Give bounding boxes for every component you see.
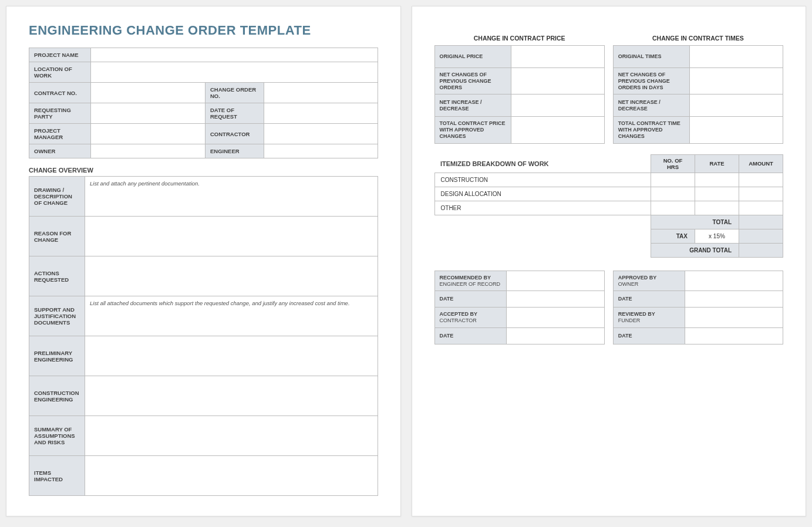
table-row: OTHER [434,201,783,215]
tax-label: TAX [651,229,695,243]
original-price-field[interactable] [511,46,604,68]
row-rate-field[interactable] [695,187,739,201]
summary-field[interactable] [85,416,378,456]
breakdown-table: ITEMIZED BREAKDOWN OF WORK NO. OF HRS RA… [434,154,784,258]
drawing-field[interactable]: List and attach any pertinent documentat… [85,177,378,217]
row-name: OTHER [434,201,651,215]
contract-changes-section: CHANGE IN CONTRACT PRICE ORIGINAL PRICE … [434,35,784,144]
grand-total-field[interactable] [739,243,783,257]
breakdown-heading: ITEMIZED BREAKDOWN OF WORK [440,160,549,170]
contractor-label: CONTRACTOR [205,124,264,144]
row-rate-field[interactable] [695,173,739,187]
total-label: TOTAL [651,215,739,229]
accepted-label-text: ACCEPTED BY [440,311,478,317]
sig-col-left: RECOMMENDED BYENGINEER OF RECORD DATE AC… [434,271,605,344]
sig-table-left: RECOMMENDED BYENGINEER OF RECORD DATE AC… [434,271,605,344]
table-row: CONSTRUCTION [434,173,783,187]
recommended-label-text: RECOMMENDED BY [440,275,491,281]
times-table: ORIGINAL TIMES NET CHANGES OF PREVIOUS C… [613,45,783,144]
change-overview-table: DRAWING / DESCRIPTION OF CHANGE List and… [29,176,378,496]
project-manager-field[interactable] [91,124,205,144]
row-amount-field[interactable] [739,187,783,201]
sig-table-right: APPROVED BYOWNER DATE REVIEWED BYFUNDER … [613,271,783,344]
location-label: LOCATION OF WORK [29,62,91,83]
price-heading: CHANGE IN CONTRACT PRICE [434,35,605,42]
accepted-date-field[interactable] [506,327,604,344]
actions-label: ACTIONS REQUESTED [29,256,85,296]
owner-label: OWNER [29,144,91,158]
requesting-party-field[interactable] [91,103,205,124]
reviewed-date-field[interactable] [685,327,783,344]
actions-field[interactable] [85,256,378,296]
accepted-sublabel: CONTRACTOR [440,317,501,324]
total-price-label: TOTAL CONTRACT PRICE WITH APPROVED CHANG… [434,117,511,143]
approved-date-field[interactable] [685,291,783,308]
col-hrs: NO. OF HRS [651,154,695,173]
page-1: ENGINEERING CHANGE ORDER TEMPLATE PROJEC… [6,6,401,516]
date-of-request-label: DATE OF REQUEST [205,103,264,124]
grand-total-label: GRAND TOTAL [651,243,739,257]
price-table: ORIGINAL PRICE NET CHANGES OF PREVIOUS C… [434,45,605,144]
project-name-label: PROJECT NAME [29,48,91,62]
drawing-hint: List and attach any pertinent documentat… [90,180,200,187]
accepted-field[interactable] [506,308,604,328]
net-changes-price-label: NET CHANGES OF PREVIOUS CHANGE ORDERS [434,68,511,94]
contractor-field[interactable] [264,124,378,144]
support-field[interactable]: List all attached documents which suppor… [85,296,378,336]
row-amount-field[interactable] [739,173,783,187]
reviewed-label-text: REVIEWED BY [618,311,655,317]
net-changes-price-field[interactable] [511,68,604,94]
prelim-field[interactable] [85,336,378,376]
approved-label-text: APPROVED BY [618,275,657,281]
net-inc-times-label: NET INCREASE / DECREASE [613,94,689,117]
project-manager-label: PROJECT MANAGER [29,124,91,144]
construction-field[interactable] [85,376,378,416]
accepted-label: ACCEPTED BYCONTRACTOR [434,308,506,328]
row-amount-field[interactable] [739,201,783,215]
change-order-no-field[interactable] [264,83,378,103]
reason-field[interactable] [85,217,378,256]
prelim-label: PRELIMINARY ENGINEERING [29,336,85,376]
row-hrs-field[interactable] [651,201,695,215]
total-times-field[interactable] [689,117,783,143]
total-price-field[interactable] [511,117,604,143]
row-name: DESIGN ALLOCATION [434,187,651,201]
engineer-field[interactable] [264,144,378,158]
row-hrs-field[interactable] [651,173,695,187]
total-field[interactable] [739,215,783,229]
recommended-date-field[interactable] [506,291,604,308]
table-row: DESIGN ALLOCATION [434,187,783,201]
approved-sublabel: OWNER [618,281,680,288]
location-field[interactable] [91,62,378,83]
project-info-table: PROJECT NAME LOCATION OF WORK CONTRACT N… [29,48,378,158]
net-inc-times-field[interactable] [689,94,783,117]
reviewed-field[interactable] [685,308,783,328]
owner-field[interactable] [91,144,205,158]
document-container: ENGINEERING CHANGE ORDER TEMPLATE PROJEC… [0,0,812,522]
recommended-field[interactable] [506,271,604,291]
date-of-request-field[interactable] [264,103,378,124]
row-rate-field[interactable] [695,201,739,215]
approved-label: APPROVED BYOWNER [613,271,685,291]
construction-label: CONSTRUCTION ENGINEERING [29,376,85,416]
tax-rate: x 15% [695,229,739,243]
contract-no-label: CONTRACT NO. [29,83,91,103]
tax-field[interactable] [739,229,783,243]
signatures-section: RECOMMENDED BYENGINEER OF RECORD DATE AC… [434,271,784,344]
col-rate: RATE [695,154,739,173]
reviewed-sublabel: FUNDER [618,317,680,324]
change-order-no-label: CHANGE ORDER NO. [205,83,264,103]
price-column: CHANGE IN CONTRACT PRICE ORIGINAL PRICE … [434,35,605,144]
engineer-label: ENGINEER [205,144,264,158]
net-inc-price-field[interactable] [511,94,604,117]
project-name-field[interactable] [91,48,378,62]
row-hrs-field[interactable] [651,187,695,201]
items-impacted-field[interactable] [85,456,378,496]
original-times-field[interactable] [689,46,783,68]
contract-no-field[interactable] [91,83,205,103]
col-amount: AMOUNT [739,154,783,173]
total-times-label: TOTAL CONTRACT TIME WITH APPROVED CHANGE… [613,117,689,143]
approved-field[interactable] [685,271,783,291]
net-inc-price-label: NET INCREASE / DECREASE [434,94,511,117]
net-changes-times-field[interactable] [689,68,783,94]
